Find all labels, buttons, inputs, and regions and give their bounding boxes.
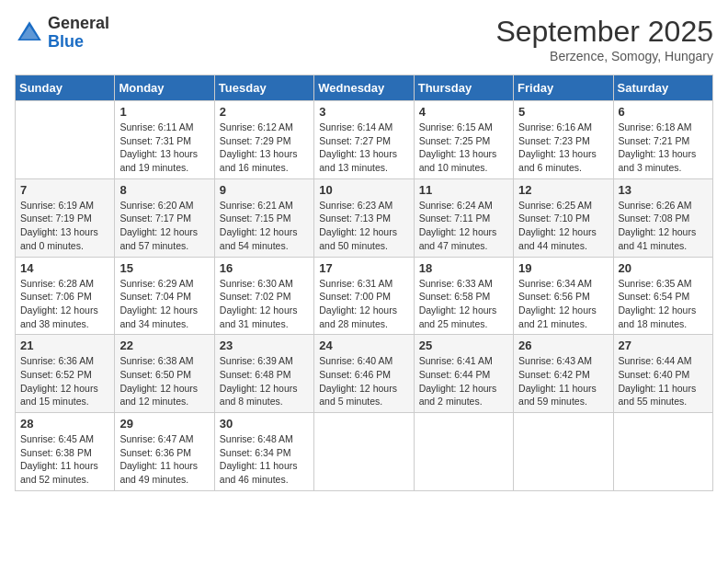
daylight-text: Daylight: 12 hours and 12 minutes.: [119, 383, 198, 408]
sunrise-text: Sunrise: 6:14 AM: [319, 121, 392, 132]
day-number: 6: [619, 105, 708, 119]
cell-info: Sunrise: 6:47 AM Sunset: 6:36 PM Dayligh…: [119, 432, 209, 487]
day-header-wednesday: Wednesday: [314, 75, 414, 101]
logo-blue: Blue: [48, 32, 84, 51]
cell-info: Sunrise: 6:29 AM Sunset: 7:04 PM Dayligh…: [119, 277, 209, 331]
cell-info: Sunrise: 6:48 AM Sunset: 6:34 PM Dayligh…: [220, 432, 309, 487]
day-cell-23: 23 Sunrise: 6:39 AM Sunset: 6:48 PM Dayl…: [214, 335, 313, 413]
daylight-text: Daylight: 12 hours and 18 minutes.: [619, 304, 697, 329]
day-cell-12: 12 Sunrise: 6:25 AM Sunset: 7:10 PM Dayl…: [514, 178, 613, 257]
cell-info: Sunrise: 6:35 AM Sunset: 6:54 PM Dayligh…: [619, 277, 708, 331]
logo-general: General: [48, 14, 109, 32]
sunrise-text: Sunrise: 6:26 AM: [619, 200, 692, 211]
daylight-text: Daylight: 12 hours and 31 minutes.: [220, 304, 298, 329]
cell-info: Sunrise: 6:23 AM Sunset: 7:13 PM Dayligh…: [319, 199, 408, 253]
day-cell-3: 3 Sunrise: 6:14 AM Sunset: 7:27 PM Dayli…: [314, 101, 414, 179]
day-number: 12: [518, 183, 608, 197]
sunrise-text: Sunrise: 6:12 AM: [220, 121, 293, 132]
sunrise-text: Sunrise: 6:38 AM: [119, 355, 193, 366]
day-cell-25: 25 Sunrise: 6:41 AM Sunset: 6:44 PM Dayl…: [414, 335, 513, 413]
day-header-tuesday: Tuesday: [214, 75, 313, 101]
day-number: 5: [518, 105, 608, 119]
sunrise-text: Sunrise: 6:44 AM: [619, 355, 692, 366]
daylight-text: Daylight: 12 hours and 2 minutes.: [419, 383, 497, 408]
sunset-text: Sunset: 6:40 PM: [619, 369, 690, 380]
cell-info: Sunrise: 6:40 AM Sunset: 6:46 PM Dayligh…: [319, 354, 408, 408]
sunset-text: Sunset: 7:02 PM: [220, 291, 291, 302]
cell-info: Sunrise: 6:43 AM Sunset: 6:42 PM Dayligh…: [518, 354, 608, 408]
cell-info: Sunrise: 6:41 AM Sunset: 6:44 PM Dayligh…: [419, 354, 508, 408]
sunrise-text: Sunrise: 6:36 AM: [20, 355, 94, 366]
calendar-week-1: 1 Sunrise: 6:11 AM Sunset: 7:31 PM Dayli…: [16, 101, 713, 179]
cell-info: Sunrise: 6:33 AM Sunset: 6:58 PM Dayligh…: [419, 277, 508, 331]
sunset-text: Sunset: 7:13 PM: [319, 213, 391, 224]
sunset-text: Sunset: 6:36 PM: [119, 447, 191, 458]
day-number: 3: [319, 105, 408, 119]
day-cell-19: 19 Sunrise: 6:34 AM Sunset: 6:56 PM Dayl…: [514, 257, 613, 335]
cell-info: Sunrise: 6:14 AM Sunset: 7:27 PM Dayligh…: [319, 121, 408, 175]
sunset-text: Sunset: 6:58 PM: [419, 291, 491, 302]
sunrise-text: Sunrise: 6:31 AM: [319, 278, 392, 289]
day-number: 11: [419, 183, 508, 197]
sunset-text: Sunset: 7:17 PM: [119, 213, 191, 224]
day-number: 10: [319, 183, 408, 197]
day-cell-26: 26 Sunrise: 6:43 AM Sunset: 6:42 PM Dayl…: [514, 335, 613, 413]
day-cell-8: 8 Sunrise: 6:20 AM Sunset: 7:17 PM Dayli…: [115, 178, 214, 257]
sunset-text: Sunset: 6:38 PM: [20, 447, 92, 458]
day-number: 29: [119, 417, 209, 431]
day-cell-5: 5 Sunrise: 6:16 AM Sunset: 7:23 PM Dayli…: [514, 101, 613, 179]
empty-cell: [514, 413, 613, 491]
sunset-text: Sunset: 6:56 PM: [518, 291, 590, 302]
sunrise-text: Sunrise: 6:34 AM: [518, 278, 592, 289]
cell-info: Sunrise: 6:20 AM Sunset: 7:17 PM Dayligh…: [119, 199, 209, 253]
daylight-text: Daylight: 12 hours and 50 minutes.: [319, 226, 397, 251]
day-number: 14: [20, 261, 109, 275]
daylight-text: Daylight: 12 hours and 25 minutes.: [419, 304, 497, 329]
day-number: 9: [220, 183, 309, 197]
cell-info: Sunrise: 6:25 AM Sunset: 7:10 PM Dayligh…: [518, 199, 608, 253]
daylight-text: Daylight: 11 hours and 52 minutes.: [20, 460, 98, 485]
day-number: 4: [419, 105, 508, 119]
cell-info: Sunrise: 6:21 AM Sunset: 7:15 PM Dayligh…: [220, 199, 309, 253]
sunrise-text: Sunrise: 6:21 AM: [220, 200, 293, 211]
sunset-text: Sunset: 6:34 PM: [220, 447, 291, 458]
logo: General Blue: [15, 15, 109, 52]
cell-info: Sunrise: 6:28 AM Sunset: 7:06 PM Dayligh…: [20, 277, 109, 331]
day-cell-1: 1 Sunrise: 6:11 AM Sunset: 7:31 PM Dayli…: [115, 101, 214, 179]
day-cell-15: 15 Sunrise: 6:29 AM Sunset: 7:04 PM Dayl…: [115, 257, 214, 335]
sunrise-text: Sunrise: 6:28 AM: [20, 278, 94, 289]
sunrise-text: Sunrise: 6:30 AM: [220, 278, 293, 289]
cell-info: Sunrise: 6:36 AM Sunset: 6:52 PM Dayligh…: [20, 354, 109, 408]
daylight-text: Daylight: 12 hours and 28 minutes.: [319, 304, 397, 329]
day-header-monday: Monday: [115, 75, 214, 101]
day-cell-18: 18 Sunrise: 6:33 AM Sunset: 6:58 PM Dayl…: [414, 257, 513, 335]
sunrise-text: Sunrise: 6:33 AM: [419, 278, 493, 289]
sunset-text: Sunset: 6:46 PM: [319, 369, 391, 380]
calendar-week-4: 21 Sunrise: 6:36 AM Sunset: 6:52 PM Dayl…: [16, 335, 713, 413]
sunrise-text: Sunrise: 6:45 AM: [20, 433, 94, 444]
calendar-table: SundayMondayTuesdayWednesdayThursdayFrid…: [15, 75, 713, 491]
day-cell-6: 6 Sunrise: 6:18 AM Sunset: 7:21 PM Dayli…: [613, 101, 712, 179]
cell-info: Sunrise: 6:39 AM Sunset: 6:48 PM Dayligh…: [220, 354, 309, 408]
day-header-thursday: Thursday: [414, 75, 513, 101]
month-title: September 2025: [495, 15, 713, 49]
sunrise-text: Sunrise: 6:23 AM: [319, 200, 392, 211]
cell-info: Sunrise: 6:11 AM Sunset: 7:31 PM Dayligh…: [119, 121, 209, 175]
daylight-text: Daylight: 12 hours and 41 minutes.: [619, 226, 697, 251]
day-cell-9: 9 Sunrise: 6:21 AM Sunset: 7:15 PM Dayli…: [214, 178, 313, 257]
sunset-text: Sunset: 6:50 PM: [119, 369, 191, 380]
cell-info: Sunrise: 6:15 AM Sunset: 7:25 PM Dayligh…: [419, 121, 508, 175]
sunrise-text: Sunrise: 6:43 AM: [518, 355, 592, 366]
cell-info: Sunrise: 6:45 AM Sunset: 6:38 PM Dayligh…: [20, 432, 109, 487]
day-cell-13: 13 Sunrise: 6:26 AM Sunset: 7:08 PM Dayl…: [613, 178, 712, 257]
sunset-text: Sunset: 7:08 PM: [619, 213, 690, 224]
day-header-friday: Friday: [514, 75, 613, 101]
sunrise-text: Sunrise: 6:41 AM: [419, 355, 493, 366]
sunset-text: Sunset: 7:15 PM: [220, 213, 291, 224]
cell-info: Sunrise: 6:34 AM Sunset: 6:56 PM Dayligh…: [518, 277, 608, 331]
day-number: 18: [419, 261, 508, 275]
day-cell-24: 24 Sunrise: 6:40 AM Sunset: 6:46 PM Dayl…: [314, 335, 414, 413]
sunrise-text: Sunrise: 6:25 AM: [518, 200, 592, 211]
day-number: 21: [20, 339, 109, 352]
sunrise-text: Sunrise: 6:11 AM: [119, 121, 193, 132]
